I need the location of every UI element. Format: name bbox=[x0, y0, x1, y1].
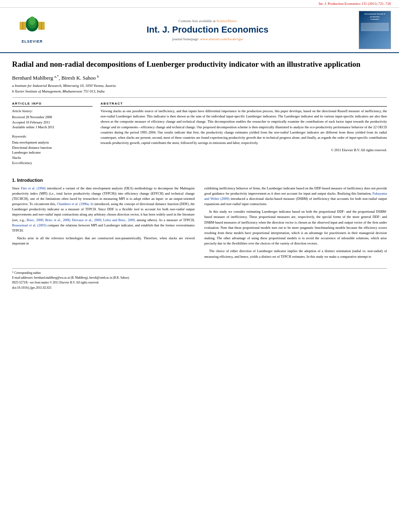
ref-fukuyama-2009[interactable]: Fukuyama and Weber (2009) bbox=[204, 191, 387, 201]
intro-para-1: Since Färe et al. (1994) introduced a va… bbox=[12, 186, 195, 234]
keyword-5: Eco-efficiency bbox=[12, 160, 93, 166]
footnote-area: * Corresponding author. E-mail addresses… bbox=[12, 268, 387, 290]
journal-header: ELSEVIER Contents lists available at Sci… bbox=[0, 8, 399, 53]
svg-point-3 bbox=[29, 16, 35, 25]
keyword-1: Data envelopment analysis bbox=[12, 140, 93, 145]
authors-line: Bernhard Mahlberg a,*, Biresh K. Sahoo b bbox=[12, 74, 387, 81]
email-1: bernhard.mahlberg@wu.ac.at (B. Mahlberg)… bbox=[34, 276, 88, 279]
article-history-body: Article history: Received 28 November 20… bbox=[12, 109, 93, 130]
intro-para-3: exhibiting inefficiency behavior of firm… bbox=[204, 186, 387, 207]
article-title: Radial and non-radial decompositions of … bbox=[12, 60, 387, 70]
section-1-col-right: exhibiting inefficiency behavior of firm… bbox=[204, 186, 387, 262]
ref-fare-1994[interactable]: Färe et al. (1994) bbox=[21, 186, 46, 190]
ref-briec-2006[interactable]: Briec et al., 2006 bbox=[45, 218, 70, 222]
article-history-section: ARTICLE INFO Article history: Received 2… bbox=[12, 102, 93, 130]
journal-homepage-line: journal homepage: www.elsevier.com/locat… bbox=[60, 37, 355, 41]
doi-note: doi:10.1016/j.ijpe.2011.02.021 bbox=[12, 286, 387, 290]
section-1-col-left: Since Färe et al. (1994) introduced a va… bbox=[12, 186, 195, 262]
corresponding-author-note: * Corresponding author. bbox=[12, 271, 387, 275]
intro-para-4: In this study we consider estimating Lue… bbox=[204, 209, 387, 246]
keywords-section: Keywords: Data envelopment analysis Dire… bbox=[12, 134, 93, 166]
publisher-logo-area: ELSEVIER bbox=[8, 16, 56, 43]
journal-cover-image: International Journal ofproductioneconom… bbox=[359, 11, 391, 49]
top-citation-bar: Int. J. Production Economics 131 (2011) … bbox=[0, 0, 399, 8]
abstract-header: ABSTRACT bbox=[101, 102, 387, 107]
abstract-panel: ABSTRACT Viewing slacks as one possible … bbox=[101, 102, 387, 170]
keywords-body: Keywords: Data envelopment analysis Dire… bbox=[12, 134, 93, 166]
main-content: Radial and non-radial decompositions of … bbox=[0, 53, 399, 297]
email-note: E-mail addresses: bernhard.mahlberg@wu.a… bbox=[12, 276, 387, 279]
authors-text: Bernhard Mahlberg a,*, Biresh K. Sahoo b bbox=[12, 75, 99, 81]
affiliation-b: b Xavier Institute of Management, Bhuban… bbox=[12, 89, 387, 93]
intro-para-2: Slacks arise in all the reference techno… bbox=[12, 236, 195, 246]
history-label: Article history: bbox=[12, 109, 93, 114]
email-2: biresh@ximb.ac.in (B.K. Sahoo). bbox=[89, 276, 130, 279]
ref-briec-2000[interactable]: Briec, 2000 bbox=[27, 218, 43, 222]
email-label: E-mail addresses: bbox=[12, 276, 33, 279]
elsevier-logo bbox=[14, 16, 50, 39]
keyword-3: Luenberger indicator bbox=[12, 150, 93, 155]
issn-note: 0925-5273/$ - see front matter © 2011 El… bbox=[12, 281, 387, 284]
journal-title: Int. J. Production Economics bbox=[60, 25, 355, 35]
section-1-columns: Since Färe et al. (1994) introduced a va… bbox=[12, 186, 387, 262]
article-info-header: ARTICLE INFO bbox=[12, 102, 93, 107]
abstract-text: Viewing slacks as one possible source of… bbox=[101, 109, 387, 146]
journal-info-center: Contents lists available at ScienceDirec… bbox=[56, 19, 359, 41]
received-date: Received 28 November 2008 bbox=[12, 115, 93, 120]
journal-citation: Int. J. Production Economics 131 (2011) … bbox=[319, 2, 391, 6]
journal-homepage-link[interactable]: www.elsevier.com/locate/ijpe bbox=[200, 37, 243, 41]
intro-para-5: The choice of either direction of Luenbe… bbox=[204, 249, 387, 259]
science-direct-link[interactable]: ScienceDirect bbox=[216, 19, 237, 23]
keyword-2: Directional distance function bbox=[12, 145, 93, 150]
section-1-title: 1. Introduction bbox=[12, 178, 387, 183]
available-date: Available online 1 March 2011 bbox=[12, 125, 93, 130]
article-info-abstract: ARTICLE INFO Article history: Received 2… bbox=[12, 102, 387, 170]
header-divider bbox=[12, 97, 387, 98]
section-introduction: 1. Introduction Since Färe et al. (1994)… bbox=[12, 178, 387, 262]
ref-dervaux-2009[interactable]: Dervaux et al., 2009 bbox=[72, 218, 101, 222]
affiliation-a: a Institute for Industrial Research, Mit… bbox=[12, 84, 387, 88]
ref-boussemart-2003[interactable]: Boussemart et al. (2003) bbox=[12, 223, 46, 227]
copyright-line: © 2011 Elsevier B.V. All rights reserved… bbox=[101, 148, 387, 152]
keyword-4: Slacks bbox=[12, 155, 93, 160]
ref-leleu-2009[interactable]: Leleu and Briec, 2009 bbox=[103, 218, 134, 222]
keywords-label: Keywords: bbox=[12, 134, 93, 139]
elsevier-label: ELSEVIER bbox=[22, 39, 43, 43]
article-info-panel: ARTICLE INFO Article history: Received 2… bbox=[12, 102, 93, 170]
ref-chambers-1996[interactable]: Chambers et al. (1996a, b) bbox=[57, 202, 93, 206]
science-direct-line: Contents lists available at ScienceDirec… bbox=[60, 19, 355, 23]
accepted-date: Accepted 16 February 2011 bbox=[12, 120, 93, 125]
